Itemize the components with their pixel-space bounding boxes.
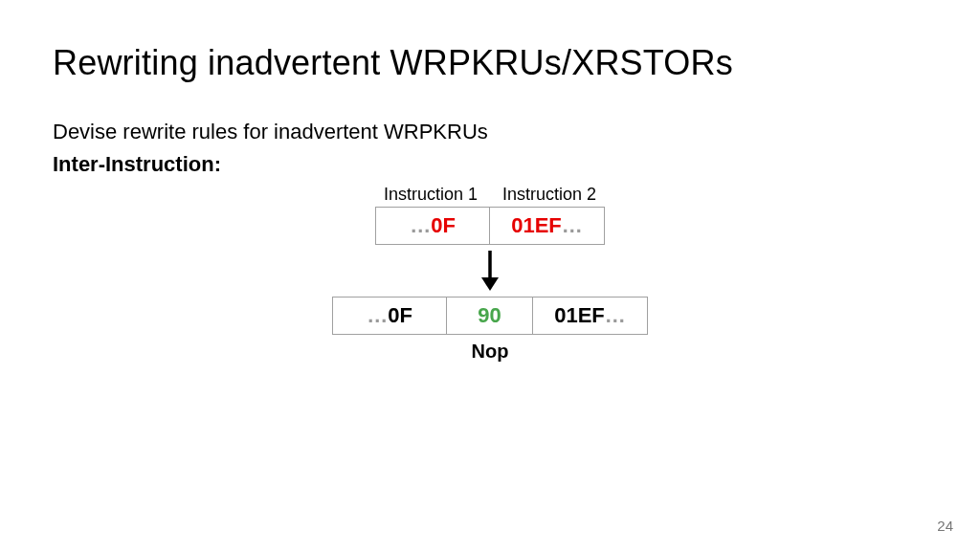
cell-prefix: … [367, 303, 388, 327]
header-labels: Instruction 1 Instruction 2 [373, 185, 607, 205]
nop-label: Nop [53, 341, 927, 363]
cell-value: 0F [431, 213, 456, 237]
cell-value: 0F [388, 303, 412, 327]
cell-value: 01EF [511, 213, 562, 237]
section-label: Inter-Instruction: [53, 152, 927, 177]
header-instruction-2: Instruction 2 [492, 185, 607, 205]
cell-before-2: 01EF… [490, 207, 605, 245]
cell-prefix: … [410, 213, 431, 237]
row-after: …0F 90 01EF… [332, 297, 648, 335]
cell-value: 01EF [554, 303, 605, 327]
svg-marker-1 [481, 277, 499, 291]
cell-after-1: …0F [332, 297, 447, 335]
arrow-down-icon [479, 249, 501, 291]
diagram: Instruction 1 Instruction 2 …0F 01EF… …0… [53, 185, 927, 363]
cell-value: 90 [478, 303, 501, 328]
slide-title: Rewriting inadvertent WRPKRUs/XRSTORs [53, 43, 927, 83]
cell-suffix: … [605, 303, 626, 327]
cell-after-2-nop: 90 [447, 297, 533, 335]
header-instruction-1: Instruction 1 [373, 185, 488, 205]
slide-subtitle: Devise rewrite rules for inadvertent WRP… [53, 120, 927, 144]
cell-after-3: 01EF… [533, 297, 648, 335]
cell-suffix: … [562, 213, 583, 237]
arrow-down-wrap [53, 249, 927, 291]
cell-before-1: …0F [375, 207, 490, 245]
row-before: …0F 01EF… [375, 207, 605, 245]
page-number: 24 [937, 518, 953, 534]
